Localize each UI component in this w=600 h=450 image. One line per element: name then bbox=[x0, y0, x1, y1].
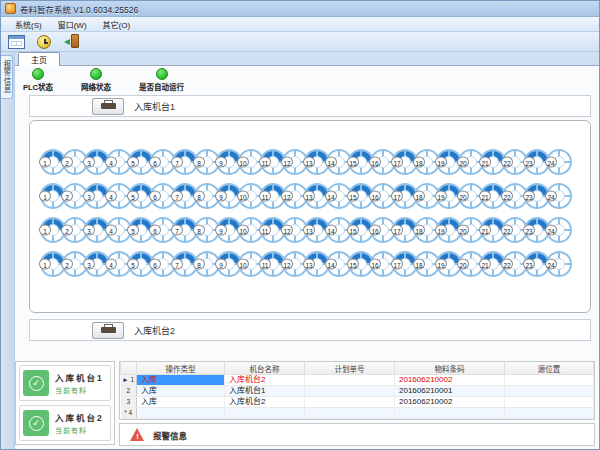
slot-number: 5 bbox=[127, 225, 139, 236]
status-led-icon bbox=[156, 68, 168, 80]
slot-number: 2 bbox=[61, 259, 73, 270]
calendar-icon bbox=[8, 35, 25, 49]
slot-number: 1 bbox=[39, 225, 51, 236]
slot-number: 12 bbox=[281, 225, 293, 236]
slot-number: 8 bbox=[193, 259, 205, 270]
slot-number: 18 bbox=[413, 225, 425, 236]
cell-r2-c5[interactable] bbox=[505, 386, 594, 397]
status-label: 网络状态 bbox=[81, 81, 111, 92]
slot-row-3: 123456789101112131415161718192021222324 bbox=[40, 217, 580, 243]
machine2-print-button[interactable] bbox=[92, 322, 124, 339]
slot-number: 20 bbox=[457, 157, 469, 168]
slot-number: 6 bbox=[149, 191, 161, 202]
exit-button[interactable] bbox=[61, 33, 83, 50]
slot-number: 14 bbox=[325, 259, 337, 270]
clock-button[interactable] bbox=[33, 33, 55, 50]
row-header-3[interactable]: 3 bbox=[121, 397, 137, 408]
slot-number: 18 bbox=[413, 157, 425, 168]
slot-number: 3 bbox=[83, 191, 95, 202]
slot-number: 2 bbox=[61, 191, 73, 202]
slot-number: 4 bbox=[105, 225, 117, 236]
slot-number: 19 bbox=[435, 191, 447, 202]
side-strip: 报警信息 bbox=[1, 52, 15, 449]
cell-r2-c3[interactable] bbox=[305, 386, 395, 397]
calendar-button[interactable] bbox=[5, 33, 27, 50]
cell-r4-c2[interactable] bbox=[225, 408, 305, 419]
cell-r1-c4[interactable]: 201606210002 bbox=[395, 375, 505, 386]
cell-r4-c1[interactable] bbox=[137, 408, 225, 419]
cell-r4-c3[interactable] bbox=[305, 408, 395, 419]
slot-number: 21 bbox=[479, 259, 491, 270]
cell-r3-c5[interactable] bbox=[505, 397, 594, 408]
slot-number: 11 bbox=[259, 259, 271, 270]
slot-number: 21 bbox=[479, 191, 491, 202]
cell-r3-c4[interactable]: 201606210002 bbox=[395, 397, 505, 408]
menu-other[interactable]: 其它(O) bbox=[95, 18, 139, 31]
cell-r3-c3[interactable] bbox=[305, 397, 395, 408]
slot-number: 14 bbox=[325, 225, 337, 236]
slot-number: 21 bbox=[479, 225, 491, 236]
slot-number: 20 bbox=[457, 191, 469, 202]
machine-cards-panel: 入库机台1当前有料入库机台2当前有料 bbox=[15, 361, 115, 445]
row-header-1[interactable]: ► 1 bbox=[121, 375, 137, 386]
table-row-4[interactable]: * 4 bbox=[121, 408, 594, 419]
cell-r2-c2[interactable]: 入库机台1 bbox=[225, 386, 305, 397]
slot-number: 13 bbox=[303, 157, 315, 168]
slot-number: 19 bbox=[435, 157, 447, 168]
task-table-head: 操作类型机台名称计划单号物料条码源位置 bbox=[121, 362, 594, 375]
alarm-panel: 报警信息 bbox=[119, 423, 595, 446]
slot-row-1: 123456789101112131415161718192021222324 bbox=[40, 149, 580, 175]
slot-number: 13 bbox=[303, 191, 315, 202]
menu-system[interactable]: 系统(S) bbox=[7, 18, 50, 31]
slot-number: 23 bbox=[523, 259, 535, 270]
toolbar bbox=[1, 32, 599, 52]
side-dock-tab[interactable]: 报警信息 bbox=[1, 55, 13, 99]
app-icon bbox=[5, 3, 16, 14]
tab-home[interactable]: 主页 bbox=[18, 52, 60, 66]
cell-r4-c4[interactable] bbox=[395, 408, 505, 419]
cell-r1-c3[interactable] bbox=[305, 375, 395, 386]
cell-r1-c1[interactable]: 入库 bbox=[137, 375, 225, 386]
slot-number: 8 bbox=[193, 191, 205, 202]
cell-r2-c4[interactable]: 201606210001 bbox=[395, 386, 505, 397]
table-row-3[interactable]: 3入库入库机台2201606210002 bbox=[121, 397, 594, 408]
cell-r3-c2[interactable]: 入库机台2 bbox=[225, 397, 305, 408]
row-header-4[interactable]: * 4 bbox=[121, 408, 137, 419]
app-window: 卷料暂存系统 V1.0.6034.25526 系统(S) 窗口(W) 其它(O)… bbox=[0, 0, 600, 450]
menu-window[interactable]: 窗口(W) bbox=[50, 18, 95, 31]
cell-r3-c1[interactable]: 入库 bbox=[137, 397, 225, 408]
slot-number: 9 bbox=[215, 259, 227, 270]
slot-number: 10 bbox=[237, 191, 249, 202]
cell-r2-c1[interactable]: 入库 bbox=[137, 386, 225, 397]
cell-r1-c5[interactable] bbox=[505, 375, 594, 386]
status-led-icon bbox=[90, 68, 102, 80]
slot-number: 24 bbox=[545, 259, 557, 270]
cell-r1-c2[interactable]: 入库机台2 bbox=[225, 375, 305, 386]
main-area: 报警信息 主页 PLC状态网络状态是否自动运行 入库机台1 1234567891… bbox=[1, 52, 599, 449]
slot-row-4: 123456789101112131415161718192021222324 bbox=[40, 251, 580, 277]
slot-number: 5 bbox=[127, 259, 139, 270]
slot-3-24: 24 bbox=[546, 217, 572, 243]
slot-number: 15 bbox=[347, 259, 359, 270]
table-row-1[interactable]: ► 1入库入库机台2201606210002 bbox=[121, 375, 594, 386]
slot-number: 2 bbox=[61, 225, 73, 236]
slot-number: 23 bbox=[523, 225, 535, 236]
spacer bbox=[15, 344, 599, 361]
slot-number: 9 bbox=[215, 225, 227, 236]
slot-row-2: 123456789101112131415161718192021222324 bbox=[40, 183, 580, 209]
machine1-print-button[interactable] bbox=[92, 98, 124, 115]
slot-2-24: 24 bbox=[546, 183, 572, 209]
slot-number: 6 bbox=[149, 157, 161, 168]
col-header-5: 源位置 bbox=[505, 362, 594, 375]
status-indicator-2: 网络状态 bbox=[81, 68, 111, 92]
table-column: 操作类型机台名称计划单号物料条码源位置 ► 1入库入库机台22016062100… bbox=[119, 361, 595, 445]
status-led-icon bbox=[32, 68, 44, 80]
cell-r4-c5[interactable] bbox=[505, 408, 594, 419]
row-header-2[interactable]: 2 bbox=[121, 386, 137, 397]
status-label: 是否自动运行 bbox=[139, 81, 184, 92]
slot-number: 20 bbox=[457, 259, 469, 270]
slot-number: 17 bbox=[391, 259, 403, 270]
machine-card-2: 入库机台2当前有料 bbox=[19, 405, 111, 441]
table-row-2[interactable]: 2入库入库机台1201606210001 bbox=[121, 386, 594, 397]
title-bar[interactable]: 卷料暂存系统 V1.0.6034.25526 bbox=[1, 1, 599, 17]
